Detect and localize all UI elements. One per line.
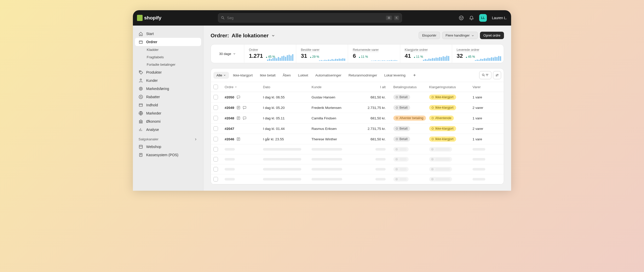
sidebar-item-fragtlabels[interactable]: Fragtlabels xyxy=(135,53,201,61)
select-all-checkbox[interactable] xyxy=(213,85,218,89)
sort-desc-icon xyxy=(235,86,237,88)
user-name[interactable]: Lauren L. xyxy=(492,16,507,20)
table-row[interactable]: #2050I dag kl. 06.55Gustav Hansen681,50 … xyxy=(211,92,504,103)
tab-automatiseringer[interactable]: Automatiseringer xyxy=(312,72,344,79)
globe-icon xyxy=(139,111,143,116)
row-checkbox[interactable] xyxy=(213,105,218,110)
tab-ikke-klargjort[interactable]: Ikke-klargjort xyxy=(230,72,256,79)
fulfillment-badge: Ikke-klargjort xyxy=(429,137,456,142)
stat-card[interactable]: Ordrer1.27145 % xyxy=(244,44,296,63)
sidebar-item-rabatter[interactable]: Rabatter xyxy=(135,93,201,101)
page-title: Ordrer: xyxy=(211,32,229,39)
chat-icon xyxy=(243,116,247,120)
order-total: 681,50 kr. xyxy=(358,137,386,141)
stat-label: Returnerede varer xyxy=(353,48,395,52)
row-checkbox[interactable] xyxy=(213,137,218,141)
order-id[interactable]: #2049 xyxy=(225,106,263,110)
channel-item[interactable]: Kassesystem (POS) xyxy=(135,151,201,159)
note-icon xyxy=(236,116,240,120)
customer-name[interactable]: Therese Winther xyxy=(312,137,358,141)
skeleton xyxy=(263,168,301,171)
order-id[interactable]: #2047 xyxy=(225,127,263,131)
skeleton xyxy=(375,178,386,180)
stat-delta: 29 % xyxy=(310,55,319,59)
col-date[interactable]: Dato xyxy=(263,85,312,89)
sidebar-item-produkter[interactable]: Produkter xyxy=(135,68,201,76)
row-checkbox[interactable] xyxy=(213,95,218,99)
sort-button[interactable] xyxy=(493,71,501,79)
customer-name[interactable]: Frederik Mortensen xyxy=(312,106,358,110)
col-total[interactable]: I alt xyxy=(358,85,386,89)
tab-åben[interactable]: Åben xyxy=(280,72,294,79)
location-selector[interactable]: Alle lokationer xyxy=(232,32,269,39)
col-items[interactable]: Varer xyxy=(473,85,496,89)
fulfillment-badge: Ikke-klargjort xyxy=(429,126,456,131)
chevron-right-icon[interactable] xyxy=(194,138,198,141)
search-filter-button[interactable] xyxy=(479,71,491,79)
search-input[interactable] xyxy=(227,16,384,20)
svg-point-5 xyxy=(140,71,141,72)
sidebar-item-forladte-betalinger[interactable]: Forladte betalinger xyxy=(135,61,201,68)
svg-point-6 xyxy=(140,79,141,80)
sidebar-item-indhold[interactable]: Indhold xyxy=(135,101,201,109)
col-customer[interactable]: Kunde xyxy=(312,85,358,89)
orders-table: AlleIkke-klargjortIkke betaltÅbenLukketA… xyxy=(211,68,504,185)
create-order-button[interactable]: Opret ordre xyxy=(480,32,504,39)
logo[interactable]: shopify xyxy=(137,15,162,21)
date-range-selector[interactable]: 30 dage xyxy=(211,44,244,63)
order-id[interactable]: #2048 xyxy=(225,116,263,120)
tab-lokal-levering[interactable]: Lokal levering xyxy=(381,72,409,79)
row-checkbox xyxy=(213,157,218,162)
tab-returanmodninger[interactable]: Returanmodninger xyxy=(346,72,380,79)
col-payment[interactable]: Betalingsstatus xyxy=(386,85,429,89)
add-tab-button[interactable] xyxy=(410,72,419,78)
sidebar-item-start[interactable]: Start xyxy=(135,30,201,38)
export-button[interactable]: Eksportér xyxy=(419,32,440,39)
shopify-bag-icon xyxy=(137,15,143,21)
customer-name[interactable]: Camilla Findsen xyxy=(312,116,358,120)
stat-card[interactable]: Leverede ordrer3245 % xyxy=(452,44,504,63)
bank-icon xyxy=(139,119,143,124)
stat-card[interactable]: Bestilte varer3129 % xyxy=(296,44,348,63)
sidebar-item-markeder[interactable]: Markeder xyxy=(135,109,201,117)
search-icon xyxy=(482,73,485,77)
tab-alle[interactable]: Alle xyxy=(213,72,229,79)
avatar[interactable]: LL xyxy=(479,14,487,22)
channel-item[interactable]: Webshop xyxy=(135,143,201,151)
stat-card[interactable]: Returnerede varer611 % xyxy=(348,44,400,63)
face-icon[interactable] xyxy=(459,15,464,20)
sidebar-item-analyse[interactable]: Analyse xyxy=(135,126,201,134)
table-header: Ordre Dato Kunde I alt Betalingsstatus K… xyxy=(211,82,504,92)
skeleton xyxy=(429,177,452,182)
sparkline xyxy=(423,54,449,61)
skeleton xyxy=(312,158,342,161)
sidebar-item-økonomi[interactable]: Økonomi xyxy=(135,117,201,126)
row-checkbox[interactable] xyxy=(213,126,218,131)
search-bar[interactable]: ⌘ K xyxy=(218,13,402,22)
sidebar-item-ordrer[interactable]: Ordrer xyxy=(135,38,201,46)
tab-lukket[interactable]: Lukket xyxy=(295,72,311,79)
table-row[interactable]: #2047I dag kl. 01.44Rasmus Eriksen2.731,… xyxy=(211,123,504,134)
skeleton xyxy=(263,178,301,180)
chevron-down-icon[interactable] xyxy=(271,33,275,38)
sidebar-item-kladder[interactable]: Kladder xyxy=(135,46,201,53)
row-checkbox[interactable] xyxy=(213,116,218,120)
stat-card[interactable]: Klargjorte ordrer4111 % xyxy=(400,44,452,63)
sidebar-item-kunder[interactable]: Kunder xyxy=(135,76,201,85)
customer-name[interactable]: Gustav Hansen xyxy=(312,95,358,99)
tag-icon xyxy=(139,70,143,75)
svg-rect-4 xyxy=(139,41,143,44)
table-row[interactable]: #2048I dag kl. 05.11Camilla Findsen681,5… xyxy=(211,113,504,123)
col-order[interactable]: Ordre xyxy=(225,85,263,89)
table-row[interactable]: #2046I går kl. 23.55Therese Winther681,5… xyxy=(211,134,504,144)
col-fulfillment[interactable]: Klargøringsstatus xyxy=(429,85,473,89)
sidebar-item-markedsføring[interactable]: Markedsføring xyxy=(135,85,201,93)
customer-name[interactable]: Rasmus Eriksen xyxy=(312,127,358,131)
more-actions-button[interactable]: Flere handlinger xyxy=(442,32,478,39)
bell-icon[interactable] xyxy=(469,15,474,20)
order-id[interactable]: #2046 xyxy=(225,137,263,141)
table-row[interactable]: #2049I dag kl. 05.20Frederik Mortensen2.… xyxy=(211,103,504,113)
order-id[interactable]: #2050 xyxy=(225,95,263,99)
row-checkbox xyxy=(213,147,218,152)
tab-ikke-betalt[interactable]: Ikke betalt xyxy=(257,72,279,79)
